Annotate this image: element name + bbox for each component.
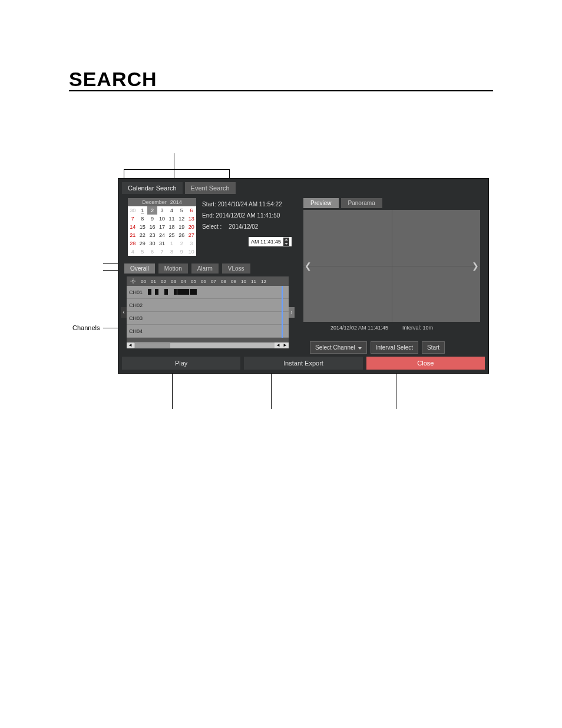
calendar-day[interactable]: 30 xyxy=(147,239,157,248)
start-button[interactable]: Start xyxy=(422,341,445,354)
calendar-day[interactable]: 30 xyxy=(128,206,138,215)
preview-prev-icon[interactable]: ❮ xyxy=(305,261,314,271)
select-channel-dropdown[interactable]: Select Channel xyxy=(310,341,367,354)
scroll-right-b-icon[interactable]: ► xyxy=(282,342,289,348)
close-button[interactable]: Close xyxy=(366,357,485,370)
preview-cell-1[interactable] xyxy=(303,210,392,266)
calendar-day[interactable]: 3 xyxy=(157,206,167,215)
recording-segment xyxy=(174,289,177,295)
channel-row[interactable]: CH02 xyxy=(127,299,289,312)
timeline-hour-label: 03 xyxy=(171,279,180,284)
preview-cell-2[interactable] xyxy=(392,210,481,266)
channel-row[interactable]: CH01 xyxy=(127,286,289,299)
calendar-day[interactable]: 4 xyxy=(128,248,138,256)
calendar-day[interactable]: 7 xyxy=(128,215,138,223)
channel-bar[interactable] xyxy=(147,325,289,338)
calendar-day[interactable]: 26 xyxy=(177,231,187,239)
etab-vloss[interactable]: VLoss xyxy=(222,263,250,274)
preview-status: 2014/12/02 AM 11:41:45 Interval: 10m xyxy=(330,325,433,331)
calendar[interactable]: December 2014 30123456789101112131415161… xyxy=(128,198,196,256)
calendar-day[interactable]: 6 xyxy=(147,248,157,256)
spinner-buttons-icon[interactable] xyxy=(283,238,289,246)
calendar-day[interactable]: 9 xyxy=(147,215,157,223)
calendar-day[interactable]: 7 xyxy=(157,248,167,256)
preview-next-icon[interactable]: ❯ xyxy=(472,261,481,271)
calendar-day[interactable]: 10 xyxy=(157,215,167,223)
recording-segment xyxy=(186,289,189,295)
channel-row[interactable]: CH03 xyxy=(127,312,289,325)
calendar-day[interactable]: 13 xyxy=(186,215,196,223)
etab-overall[interactable]: Overall xyxy=(124,263,155,274)
timeline-next-icon[interactable]: › xyxy=(289,307,295,318)
calendar-day[interactable]: 11 xyxy=(167,215,177,223)
calendar-day[interactable]: 3 xyxy=(186,239,196,248)
ptab-panorama[interactable]: Panorama xyxy=(341,198,382,208)
calendar-day[interactable]: 20 xyxy=(186,223,196,231)
callout-line xyxy=(172,374,173,409)
calendar-day[interactable]: 28 xyxy=(128,239,138,248)
scroll-left-icon[interactable]: ◄ xyxy=(127,342,134,348)
play-button[interactable]: Play xyxy=(122,357,240,370)
calendar-day[interactable]: 5 xyxy=(138,248,148,256)
channel-bar[interactable] xyxy=(147,299,289,312)
calendar-day[interactable]: 10 xyxy=(186,248,196,256)
calendar-day[interactable]: 18 xyxy=(167,223,177,231)
select-time-spinner[interactable]: AM 11:41:45 xyxy=(249,237,292,246)
channel-label: CH01 xyxy=(127,289,147,295)
channel-bar[interactable] xyxy=(147,312,289,325)
timeline-hour-label: 00 xyxy=(141,279,150,284)
instant-export-button[interactable]: Instant Export xyxy=(244,357,362,370)
timeline-hour-label: 04 xyxy=(181,279,190,284)
preview-cell-3[interactable] xyxy=(303,266,392,322)
calendar-grid[interactable]: 3012345678910111213141516171819202122232… xyxy=(128,206,196,256)
calendar-day[interactable]: 23 xyxy=(147,231,157,239)
calendar-day[interactable]: 2 xyxy=(147,206,157,215)
channel-bar[interactable] xyxy=(147,286,289,299)
calendar-day[interactable]: 8 xyxy=(167,248,177,256)
ptab-preview[interactable]: Preview xyxy=(303,198,339,208)
channel-row[interactable]: CH04 xyxy=(127,325,289,338)
calendar-day[interactable]: 1 xyxy=(138,206,148,215)
daylight-icon xyxy=(127,276,140,286)
calendar-day[interactable]: 19 xyxy=(177,223,187,231)
start-label: Start: xyxy=(202,201,216,207)
timeline-rows[interactable]: CH01CH02CH03CH04 xyxy=(127,286,289,338)
timeline-header: 00010203040506070809101112 xyxy=(127,276,289,286)
etab-motion[interactable]: Motion xyxy=(158,263,188,274)
calendar-day[interactable]: 9 xyxy=(177,248,187,256)
calendar-header[interactable]: December 2014 xyxy=(128,198,196,206)
scroll-thumb[interactable] xyxy=(135,343,170,348)
tab-event-search[interactable]: Event Search xyxy=(185,182,236,194)
etab-alarm[interactable]: Alarm xyxy=(191,263,219,274)
calendar-day[interactable]: 15 xyxy=(138,223,148,231)
tab-calendar-search[interactable]: Calendar Search xyxy=(122,182,183,194)
timeline-hour-label: 08 xyxy=(221,279,230,284)
callout-line xyxy=(103,270,118,271)
preview-cell-4[interactable] xyxy=(392,266,481,322)
timeline-cursor[interactable] xyxy=(282,286,283,338)
calendar-day[interactable]: 27 xyxy=(186,231,196,239)
calendar-day[interactable]: 25 xyxy=(167,231,177,239)
calendar-day[interactable]: 17 xyxy=(157,223,167,231)
calendar-day[interactable]: 31 xyxy=(157,239,167,248)
timeline-prev-icon[interactable]: ‹ xyxy=(121,307,127,318)
calendar-day[interactable]: 4 xyxy=(167,206,177,215)
timeline-scrollbar[interactable]: ◄ ◄ ► xyxy=(127,342,289,348)
calendar-day[interactable]: 8 xyxy=(138,215,148,223)
calendar-day[interactable]: 16 xyxy=(147,223,157,231)
time-info: Start: 2014/10/24 AM 11:54:22 End: 2014/… xyxy=(202,201,296,251)
calendar-day[interactable]: 6 xyxy=(186,206,196,215)
calendar-day[interactable]: 12 xyxy=(177,215,187,223)
calendar-day[interactable]: 29 xyxy=(138,239,148,248)
calendar-day[interactable]: 5 xyxy=(177,206,187,215)
calendar-day[interactable]: 2 xyxy=(177,239,187,248)
scroll-right-a-icon[interactable]: ◄ xyxy=(275,342,282,348)
calendar-day[interactable]: 24 xyxy=(157,231,167,239)
interval-select-button[interactable]: Interval Select xyxy=(371,341,418,354)
bottom-bar: Play Instant Export Close xyxy=(122,357,485,370)
timeline-hour-label: 11 xyxy=(251,279,260,284)
calendar-day[interactable]: 21 xyxy=(128,231,138,239)
calendar-day[interactable]: 1 xyxy=(167,239,177,248)
calendar-day[interactable]: 14 xyxy=(128,223,138,231)
calendar-day[interactable]: 22 xyxy=(138,231,148,239)
